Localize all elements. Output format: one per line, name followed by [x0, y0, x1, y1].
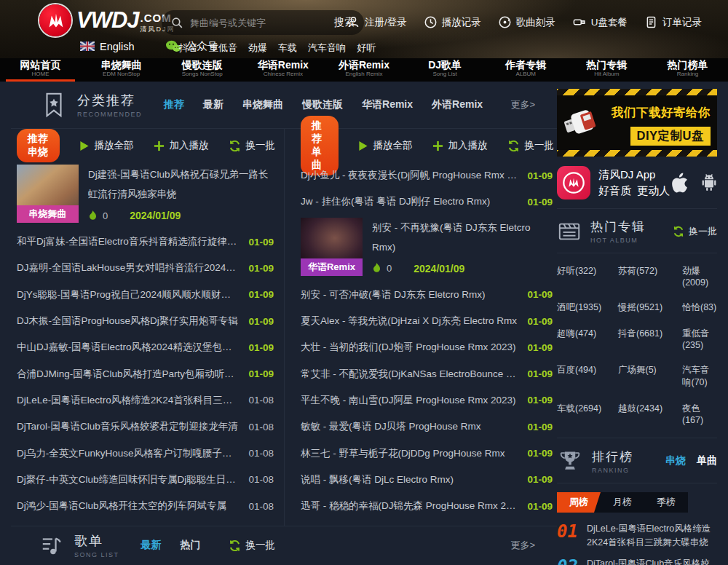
album-tag[interactable]: 重低音(235): [682, 328, 717, 350]
language-switch[interactable]: English: [80, 41, 135, 52]
recommend-tab[interactable]: 外语Remix: [432, 98, 483, 111]
album-tag[interactable]: 越鼓(2434): [618, 403, 676, 425]
recommend-tab[interactable]: 推荐: [164, 98, 184, 111]
song-row[interactable]: DjTarol-国粤语Club音乐风格姣婆君定制迎接龙年清 01-08: [11, 414, 275, 440]
song-row[interactable]: DjYs聪聪-国粤语Prog祝自己2024顺风顺水顺财神生 01-09: [11, 282, 275, 308]
song-date: 01-08: [248, 501, 274, 512]
nonstop-add-play-button[interactable]: 加入播放: [154, 139, 209, 152]
songlist-tab[interactable]: 热门: [181, 539, 201, 552]
song-title: Dj聚仔-中英文Club缔造回味怀旧专属Dj聪聪生日独家: [17, 473, 240, 486]
song-row[interactable]: 别安 - 可否冲破(粤语 DJ东东 Eletcro Rmx) 01-09: [295, 282, 554, 308]
song-row[interactable]: 敏敏 - 最爱(粤语 DJ贝塔 ProgHouse Rmx 01-09: [295, 414, 554, 440]
song-row[interactable]: 中山DJ嘉敏-国粤语Electro风格2024精选汉堡包专属 01-09: [11, 334, 275, 360]
recommend-tab[interactable]: 串烧舞曲: [242, 98, 283, 111]
album-tag[interactable]: 百度(494): [557, 364, 612, 389]
ranking-period-tab[interactable]: 月榜: [601, 492, 644, 513]
album-tag[interactable]: 车载(2694): [557, 403, 612, 425]
singles-play-all-button[interactable]: 播放全部: [358, 139, 413, 152]
ranking-period-tab[interactable]: 周榜: [557, 492, 601, 513]
nav-item[interactable]: 作者专辑 ALBUM: [486, 58, 566, 82]
featured-title[interactable]: Dj建强-国粤语Club风格祝石碌兄弟一路长虹流行清风独家串烧: [88, 165, 274, 204]
album-tag[interactable]: 广场舞(5): [618, 364, 676, 389]
recommend-more-link[interactable]: 更多>: [510, 98, 535, 111]
featured-title[interactable]: 别安 - 不再犹豫(粤语 DJ东东 Eletcro Rmx): [372, 218, 553, 257]
album-tag[interactable]: 夜色(167): [682, 403, 717, 425]
hot-keyword-link[interactable]: 抖音: [179, 42, 198, 55]
nonstop-refresh-button[interactable]: 换一批: [229, 139, 276, 152]
songlist-refresh-button[interactable]: 换一批: [229, 539, 276, 552]
recommend-tab[interactable]: 华语Remix: [362, 98, 413, 111]
singles-badge[interactable]: 推荐单曲: [301, 116, 339, 175]
song-row[interactable]: DJ木振-全国语ProgHouse风格Dj聚仔实用炮哥专辑 01-09: [11, 308, 275, 334]
song-burn-link[interactable]: 歌曲刻录: [498, 15, 555, 29]
usb-package-link[interactable]: U盘套餐: [572, 15, 628, 29]
login-link[interactable]: 注册/登录: [347, 15, 407, 29]
song-row[interactable]: 大壮 - 当初的我们(DJ炮哥 ProgHouse Rmx 2023) 01-0…: [295, 334, 554, 360]
order-history-link[interactable]: 订单记录: [644, 15, 702, 29]
nav-item[interactable]: 热门榜单 Ranking: [647, 58, 728, 82]
android-icon[interactable]: [698, 171, 720, 194]
hot-keyword-link[interactable]: 重低音: [209, 42, 237, 55]
nav-item[interactable]: 外语Remix English Remix: [323, 58, 404, 82]
song-row[interactable]: DJ嘉明-全国语LakHouse男女对唱抖音流行2024清吧 01-09: [11, 255, 275, 281]
album-tag[interactable]: 恰恰(83): [682, 301, 717, 314]
songlist-tab[interactable]: 最新: [141, 539, 162, 552]
album-tag[interactable]: 慢摇(9521): [618, 301, 676, 314]
hot-keyword-link[interactable]: 劲爆: [248, 42, 267, 55]
featured-thumbnail[interactable]: 串烧舞曲: [17, 165, 79, 223]
hot-album-refresh-button[interactable]: 换一批: [673, 225, 717, 238]
ranking-period-tab[interactable]: 季榜: [644, 492, 688, 513]
nav-item[interactable]: 网站首页 HOME: [0, 58, 81, 82]
recommend-tab[interactable]: 慢歌连版: [302, 98, 343, 111]
nav-item[interactable]: 热门专辑 Hit Album: [566, 58, 647, 82]
song-row[interactable]: Jw - 挂住你(粤语 粤语 DJ刚仔 Electro Rmx) 01-09: [295, 189, 554, 215]
song-date: 01-09: [527, 342, 553, 353]
nav-item[interactable]: 华语Remix Chinese Remix: [242, 58, 323, 82]
song-row[interactable]: Dj乌力-全英文FunkyHouse风格客户订制嘎腰子专属 01-08: [11, 440, 275, 466]
album-tag[interactable]: 苏荷(572): [618, 265, 676, 288]
hot-keyword-link[interactable]: 好听: [357, 42, 376, 55]
nonstop-play-all-button[interactable]: 播放全部: [79, 139, 134, 152]
song-row[interactable]: 合浦DJMing-国粤语Club风格打造Party包厢动听旋律 01-09: [11, 360, 275, 387]
song-row[interactable]: 夏天Alex - 等我先说(DjHzai X Dj东亮 Electro Rmx …: [295, 308, 554, 334]
rank-item[interactable]: 01 DjLeLe-国粤语Electro风格缔造2K24首张科目三跳舞大碟串烧: [557, 522, 717, 549]
song-row[interactable]: DjLeLe-国粤语Electro风格缔造2K24首张科目三跳舞 01-08: [11, 387, 275, 414]
rank-item[interactable]: 02 DjTarol-国粤语Club音乐风格姣婆君定制迎接龙年清风独家串烧: [557, 557, 717, 565]
hot-keyword-link[interactable]: 汽车音响: [308, 42, 346, 55]
song-row[interactable]: 常艾非 - 不配说爱我(DjKaNSas ElectroBounce Rmx 0…: [295, 360, 554, 387]
song-date: 01-09: [527, 422, 553, 432]
album-tag[interactable]: 好听(322): [557, 265, 612, 288]
recommend-tab[interactable]: 最新: [203, 98, 223, 111]
nav-item[interactable]: 慢歌连版 Songs NonStop: [162, 58, 242, 82]
apple-icon[interactable]: [670, 170, 692, 195]
login-label: 注册/登录: [365, 16, 407, 29]
album-tag[interactable]: 酒吧(1935): [557, 301, 612, 314]
song-row[interactable]: Dj鸿少-国粤语Club风格开往太空的列车阿斌专属 01-08: [11, 493, 275, 519]
featured-thumbnail[interactable]: 华语Remix: [301, 218, 363, 276]
nav-item[interactable]: DJ歌单 Song List: [405, 58, 486, 82]
nav-item[interactable]: 串烧舞曲 EDM NonStop: [81, 58, 162, 82]
nonstop-badge[interactable]: 推荐串烧: [17, 129, 60, 162]
app-icon[interactable]: [557, 166, 590, 199]
play-history-link[interactable]: 播放记录: [424, 15, 481, 29]
song-row[interactable]: 林三七 - 野草与栀子花(DjDDg ProgHouse Rmx 01-09: [295, 440, 554, 466]
hot-keyword-link[interactable]: 车载: [278, 42, 297, 55]
usb-ad-banner[interactable]: 我们下载好寄给你 DIY定制U盘: [557, 89, 717, 157]
singles-add-play-button[interactable]: 加入播放: [432, 139, 488, 152]
ranking-type-tab[interactable]: 单曲: [697, 454, 717, 467]
ranking-type-tab[interactable]: 串烧: [665, 454, 686, 467]
album-tag[interactable]: 超嗨(474): [557, 328, 612, 350]
album-tag[interactable]: 劲爆(2009): [682, 265, 717, 288]
song-row[interactable]: 平生不晚 - 南山雪(DJ阿星 ProgHouse Rmx 2023) 01-0…: [295, 387, 554, 414]
song-row[interactable]: 和平Dj富妹-全国语Electro音乐抖音精选流行旋律清风 01-09: [11, 229, 275, 255]
album-tag[interactable]: 汽车音响(70): [682, 364, 717, 389]
song-row[interactable]: Dj聚仔-中英文Club缔造回味怀旧专属Dj聪聪生日独家 01-08: [11, 467, 275, 493]
site-logo[interactable]: VWDJ .COM 清风DJ网: [39, 4, 175, 36]
search-input[interactable]: [190, 17, 334, 28]
album-tag[interactable]: 抖音(6681): [618, 328, 676, 350]
app-name: 清风DJ App: [598, 168, 655, 181]
singles-refresh-button[interactable]: 换一批: [507, 139, 555, 152]
song-row[interactable]: 迅哥 - 稳稳的幸福(DJ锦先森 ProgHouse Rmx 2023) 01-…: [295, 493, 554, 519]
songlist-more-link[interactable]: 更多>: [510, 539, 535, 552]
song-row[interactable]: 说唱 - 飘移(粤语 DjLc Electro Rmx) 01-09: [295, 467, 554, 493]
